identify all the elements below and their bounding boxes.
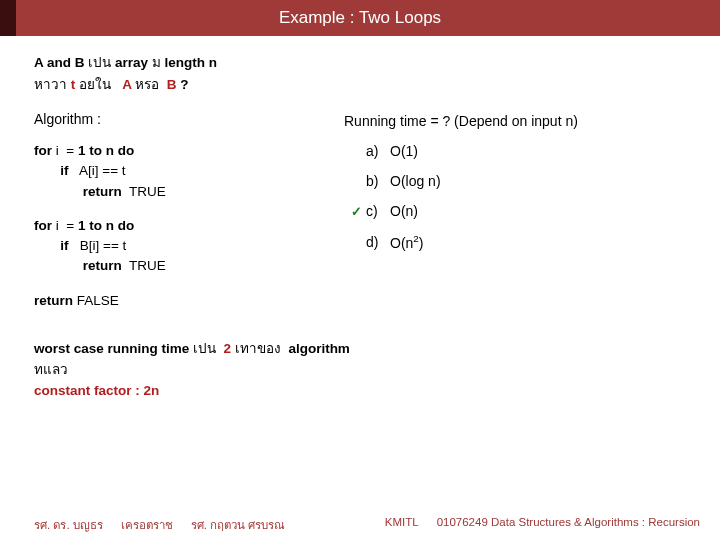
worst-case-note: worst case running time เปน 2 เทาของ alg… <box>34 339 692 402</box>
footer-course: 01076249 Data Structures & Algorithms : … <box>437 516 700 534</box>
two-column-layout: Algorithm : for i = 1 to n do if A[i] ==… <box>34 111 692 325</box>
txt: B <box>167 77 181 92</box>
slide-title: Example : Two Loops <box>279 8 441 28</box>
option-c: ✓ c) O(n) <box>344 203 692 219</box>
option-b: b) O(log n) <box>344 173 692 189</box>
problem-line-2: หาวา t อยใน A หรอ B ? <box>34 74 692 96</box>
algorithm-block-1: for i = 1 to n do if A[i] == t return TR… <box>34 141 314 202</box>
txt: ม <box>152 55 165 70</box>
txt: length n <box>165 55 218 70</box>
problem-statement: A and B เปน array ม length n หาวา t อยใน… <box>34 52 692 95</box>
slide-content: A and B เปน array ม length n หาวา t อยใน… <box>0 36 720 402</box>
txt: array <box>115 55 152 70</box>
opt-label: b) <box>366 173 390 189</box>
option-a: a) O(1) <box>344 143 692 159</box>
txt: อยใน <box>79 77 115 92</box>
txt: t <box>71 77 79 92</box>
title-bar: Example : Two Loops <box>0 0 720 36</box>
worst-line-2: ทแลว <box>34 360 692 381</box>
txt: A <box>122 77 135 92</box>
opt-value: O(1) <box>390 143 418 159</box>
opt-value: O(n2) <box>390 233 423 251</box>
opt-value: O(n) <box>390 203 418 219</box>
txt: หรอ <box>135 77 163 92</box>
footer-author-1: รศ. ดร. บญธร <box>34 516 103 534</box>
txt: worst case running time <box>34 341 193 356</box>
footer-author-3: รศ. กฤตวน ศรบรณ <box>191 516 286 534</box>
opt-label: c) <box>366 203 390 219</box>
txt: หาวา <box>34 77 71 92</box>
option-d: d) O(n2) <box>344 233 692 251</box>
algorithm-block-3: return FALSE <box>34 291 314 311</box>
algorithm-column: Algorithm : for i = 1 to n do if A[i] ==… <box>34 111 314 325</box>
txt: algorithm <box>288 341 350 356</box>
txt: ? <box>180 77 188 92</box>
footer-author-2: เครอตราช <box>121 516 173 534</box>
opt-label: d) <box>366 234 390 250</box>
txt: เปน <box>193 341 220 356</box>
worst-line-1: worst case running time เปน 2 เทาของ alg… <box>34 339 692 360</box>
txt: 2 <box>224 341 235 356</box>
footer-institution: KMITL <box>385 516 419 534</box>
txt: เปน <box>88 55 115 70</box>
opt-value: O(log n) <box>390 173 441 189</box>
problem-line-1: A and B เปน array ม length n <box>34 52 692 74</box>
algorithm-heading: Algorithm : <box>34 111 314 127</box>
opt-label: a) <box>366 143 390 159</box>
algorithm-block-2: for i = 1 to n do if B[i] == t return TR… <box>34 216 314 277</box>
check-icon: ✓ <box>344 204 362 219</box>
slide-footer: รศ. ดร. บญธร เครอตราช รศ. กฤตวน ศรบรณ KM… <box>0 516 720 534</box>
worst-line-3: constant factor : 2n <box>34 381 692 402</box>
running-time-question: Running time = ? (Depend on input n) <box>344 113 692 129</box>
accent-block <box>0 0 16 36</box>
txt: constant factor : <box>34 383 144 398</box>
txt: A and B <box>34 55 88 70</box>
answers-column: Running time = ? (Depend on input n) a) … <box>344 111 692 325</box>
txt: เทาของ <box>235 341 285 356</box>
options-list: a) O(1) b) O(log n) ✓ c) O(n) d) O(n2) <box>344 143 692 251</box>
txt: 2n <box>144 383 160 398</box>
